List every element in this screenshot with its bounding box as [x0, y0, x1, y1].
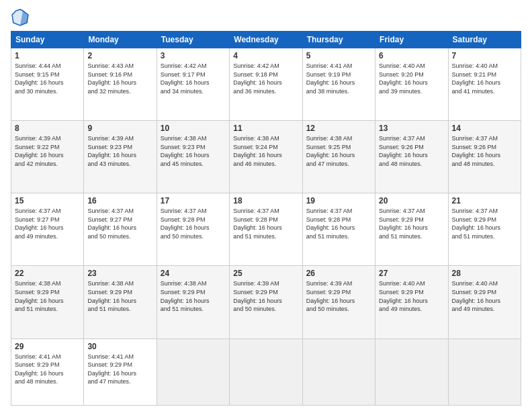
calendar-cell: 26Sunrise: 4:39 AM Sunset: 9:29 PM Dayli… — [302, 266, 375, 338]
calendar-cell: 4Sunrise: 4:42 AM Sunset: 9:18 PM Daylig… — [230, 48, 302, 121]
calendar-cell: 7Sunrise: 4:40 AM Sunset: 9:21 PM Daylig… — [448, 48, 521, 121]
day-number: 22 — [15, 269, 80, 278]
day-number: 29 — [15, 342, 80, 351]
day-number: 30 — [87, 342, 152, 351]
day-info: Sunrise: 4:37 AM Sunset: 9:29 PM Dayligh… — [452, 207, 517, 240]
day-number: 17 — [161, 196, 226, 205]
day-info: Sunrise: 4:44 AM Sunset: 9:15 PM Dayligh… — [15, 62, 80, 95]
day-number: 28 — [452, 269, 517, 278]
calendar-cell: 8Sunrise: 4:39 AM Sunset: 9:22 PM Daylig… — [11, 121, 84, 193]
calendar-cell — [375, 338, 448, 405]
calendar-cell: 16Sunrise: 4:37 AM Sunset: 9:27 PM Dayli… — [84, 193, 157, 266]
day-info: Sunrise: 4:40 AM Sunset: 9:29 PM Dayligh… — [379, 279, 444, 313]
day-info: Sunrise: 4:39 AM Sunset: 9:29 PM Dayligh… — [233, 279, 298, 313]
day-info: Sunrise: 4:38 AM Sunset: 9:23 PM Dayligh… — [161, 134, 226, 168]
day-info: Sunrise: 4:37 AM Sunset: 9:28 PM Dayligh… — [233, 207, 298, 240]
calendar-cell: 6Sunrise: 4:40 AM Sunset: 9:20 PM Daylig… — [375, 48, 448, 121]
calendar-cell: 27Sunrise: 4:40 AM Sunset: 9:29 PM Dayli… — [375, 266, 448, 338]
day-info: Sunrise: 4:40 AM Sunset: 9:20 PM Dayligh… — [379, 62, 444, 95]
calendar-cell: 24Sunrise: 4:38 AM Sunset: 9:29 PM Dayli… — [157, 266, 229, 338]
calendar-cell: 14Sunrise: 4:37 AM Sunset: 9:26 PM Dayli… — [448, 121, 521, 193]
day-number: 2 — [87, 51, 152, 60]
day-number: 10 — [161, 124, 226, 133]
calendar-cell: 17Sunrise: 4:37 AM Sunset: 9:28 PM Dayli… — [157, 193, 229, 266]
day-number: 20 — [379, 196, 444, 205]
calendar-cell: 15Sunrise: 4:37 AM Sunset: 9:27 PM Dayli… — [11, 193, 84, 266]
day-number: 11 — [233, 124, 298, 133]
day-number: 14 — [452, 124, 517, 133]
calendar-cell: 1Sunrise: 4:44 AM Sunset: 9:15 PM Daylig… — [11, 48, 84, 121]
logo — [11, 8, 32, 27]
calendar-cell: 23Sunrise: 4:38 AM Sunset: 9:29 PM Dayli… — [84, 266, 157, 338]
calendar-cell: 13Sunrise: 4:37 AM Sunset: 9:26 PM Dayli… — [375, 121, 448, 193]
calendar-cell — [448, 338, 521, 405]
calendar-cell: 3Sunrise: 4:42 AM Sunset: 9:17 PM Daylig… — [157, 48, 229, 121]
day-header-monday: Monday — [84, 32, 157, 48]
calendar-header-row: SundayMondayTuesdayWednesdayThursdayFrid… — [11, 32, 521, 48]
day-info: Sunrise: 4:37 AM Sunset: 9:27 PM Dayligh… — [87, 207, 152, 240]
calendar-cell — [230, 338, 302, 405]
day-info: Sunrise: 4:42 AM Sunset: 9:17 PM Dayligh… — [161, 62, 226, 95]
header — [11, 8, 521, 27]
calendar-cell — [302, 338, 375, 405]
day-info: Sunrise: 4:40 AM Sunset: 9:21 PM Dayligh… — [452, 62, 517, 95]
calendar-cell: 10Sunrise: 4:38 AM Sunset: 9:23 PM Dayli… — [157, 121, 229, 193]
day-info: Sunrise: 4:41 AM Sunset: 9:29 PM Dayligh… — [15, 353, 80, 386]
day-info: Sunrise: 4:37 AM Sunset: 9:29 PM Dayligh… — [379, 207, 444, 240]
day-number: 5 — [306, 51, 371, 60]
day-number: 25 — [233, 269, 298, 278]
day-info: Sunrise: 4:37 AM Sunset: 9:26 PM Dayligh… — [379, 134, 444, 168]
day-number: 19 — [306, 196, 371, 205]
calendar-cell: 5Sunrise: 4:41 AM Sunset: 9:19 PM Daylig… — [302, 48, 375, 121]
day-number: 12 — [306, 124, 371, 133]
calendar-cell: 30Sunrise: 4:41 AM Sunset: 9:29 PM Dayli… — [84, 338, 157, 405]
day-info: Sunrise: 4:41 AM Sunset: 9:29 PM Dayligh… — [87, 353, 152, 386]
day-header-wednesday: Wednesday — [230, 32, 302, 48]
calendar-cell: 11Sunrise: 4:38 AM Sunset: 9:24 PM Dayli… — [230, 121, 302, 193]
day-info: Sunrise: 4:38 AM Sunset: 9:24 PM Dayligh… — [233, 134, 298, 168]
day-number: 15 — [15, 196, 80, 205]
calendar-cell: 12Sunrise: 4:38 AM Sunset: 9:25 PM Dayli… — [302, 121, 375, 193]
day-info: Sunrise: 4:37 AM Sunset: 9:28 PM Dayligh… — [306, 207, 371, 240]
day-number: 8 — [15, 124, 80, 133]
day-info: Sunrise: 4:42 AM Sunset: 9:18 PM Dayligh… — [233, 62, 298, 95]
day-info: Sunrise: 4:38 AM Sunset: 9:29 PM Dayligh… — [87, 279, 152, 313]
day-number: 26 — [306, 269, 371, 278]
day-number: 7 — [452, 51, 517, 60]
calendar-cell — [157, 338, 229, 405]
day-number: 13 — [379, 124, 444, 133]
calendar: SundayMondayTuesdayWednesdayThursdayFrid… — [11, 31, 521, 406]
calendar-cell: 18Sunrise: 4:37 AM Sunset: 9:28 PM Dayli… — [230, 193, 302, 266]
logo-icon — [11, 8, 30, 27]
day-info: Sunrise: 4:38 AM Sunset: 9:29 PM Dayligh… — [161, 279, 226, 313]
day-number: 1 — [15, 51, 80, 60]
day-info: Sunrise: 4:43 AM Sunset: 9:16 PM Dayligh… — [87, 62, 152, 95]
week-row-3: 15Sunrise: 4:37 AM Sunset: 9:27 PM Dayli… — [11, 193, 521, 266]
day-header-sunday: Sunday — [11, 32, 84, 48]
day-header-thursday: Thursday — [302, 32, 375, 48]
week-row-5: 29Sunrise: 4:41 AM Sunset: 9:29 PM Dayli… — [11, 338, 521, 405]
day-info: Sunrise: 4:39 AM Sunset: 9:22 PM Dayligh… — [15, 134, 80, 168]
day-info: Sunrise: 4:40 AM Sunset: 9:29 PM Dayligh… — [452, 279, 517, 313]
day-header-saturday: Saturday — [448, 32, 521, 48]
calendar-cell: 20Sunrise: 4:37 AM Sunset: 9:29 PM Dayli… — [375, 193, 448, 266]
calendar-cell: 21Sunrise: 4:37 AM Sunset: 9:29 PM Dayli… — [448, 193, 521, 266]
day-number: 23 — [87, 269, 152, 278]
day-number: 6 — [379, 51, 444, 60]
day-number: 27 — [379, 269, 444, 278]
calendar-cell: 22Sunrise: 4:38 AM Sunset: 9:29 PM Dayli… — [11, 266, 84, 338]
day-info: Sunrise: 4:41 AM Sunset: 9:19 PM Dayligh… — [306, 62, 371, 95]
day-number: 3 — [161, 51, 226, 60]
week-row-2: 8Sunrise: 4:39 AM Sunset: 9:22 PM Daylig… — [11, 121, 521, 193]
calendar-cell: 28Sunrise: 4:40 AM Sunset: 9:29 PM Dayli… — [448, 266, 521, 338]
day-info: Sunrise: 4:37 AM Sunset: 9:28 PM Dayligh… — [161, 207, 226, 240]
day-header-friday: Friday — [375, 32, 448, 48]
day-info: Sunrise: 4:39 AM Sunset: 9:23 PM Dayligh… — [87, 134, 152, 168]
calendar-cell: 9Sunrise: 4:39 AM Sunset: 9:23 PM Daylig… — [84, 121, 157, 193]
calendar-cell: 19Sunrise: 4:37 AM Sunset: 9:28 PM Dayli… — [302, 193, 375, 266]
week-row-1: 1Sunrise: 4:44 AM Sunset: 9:15 PM Daylig… — [11, 48, 521, 121]
calendar-cell: 2Sunrise: 4:43 AM Sunset: 9:16 PM Daylig… — [84, 48, 157, 121]
day-number: 18 — [233, 196, 298, 205]
calendar-cell: 29Sunrise: 4:41 AM Sunset: 9:29 PM Dayli… — [11, 338, 84, 405]
day-info: Sunrise: 4:37 AM Sunset: 9:26 PM Dayligh… — [452, 134, 517, 168]
